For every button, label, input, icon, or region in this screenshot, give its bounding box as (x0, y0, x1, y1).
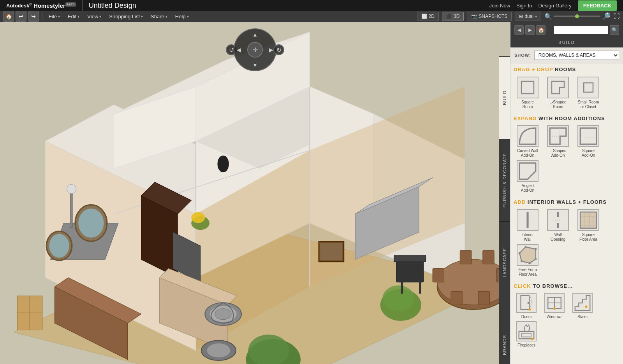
show-row: SHOW: ROOMS, WALLS & AREAS FLOORS ONLY W… (510, 47, 623, 63)
shopping-list-menu[interactable]: Shopping List ▾ (106, 12, 146, 21)
svg-rect-64 (521, 81, 534, 94)
drag-drop-title: DRAG + DROP ROOMS (514, 66, 620, 73)
logo-area: Autodesk® HomestylerBETA (6, 2, 76, 9)
panel-search-button[interactable]: 🔍 (610, 25, 619, 35)
freeform-floor-svg (517, 245, 538, 265)
toolbar-separator (42, 12, 42, 21)
svg-point-89 (527, 302, 529, 304)
furnish-tab[interactable]: FURNISH & DECORATE (499, 139, 510, 221)
stairs-item[interactable]: Stairs (570, 293, 595, 319)
square-floor-item[interactable]: SquareFloor Area (574, 209, 602, 242)
svg-point-95 (585, 306, 588, 308)
panel-home-button[interactable]: 🏠 (536, 25, 546, 35)
logo-divider (82, 0, 83, 11)
build-tab[interactable]: BUILD (499, 56, 510, 139)
square-room-icon (517, 77, 539, 98)
wall-opening-item[interactable]: WallOpening (544, 209, 572, 242)
show-dropdown[interactable]: ROOMS, WALLS & AREAS FLOORS ONLY WALLS O… (534, 51, 619, 60)
square-room-label: SquareRoom (521, 100, 534, 109)
angled-addon-item[interactable]: AngledAdd-On (514, 160, 542, 193)
panel-search-input[interactable] (554, 26, 608, 34)
redo-btn[interactable]: ↪ (28, 11, 39, 22)
svg-point-34 (207, 343, 231, 357)
stairs-icon (572, 293, 593, 313)
fireplaces-item[interactable]: Fireplaces (514, 321, 539, 347)
browse-title: CLICK TO BROWSE... (514, 283, 620, 289)
edit-menu[interactable]: Edit ▾ (65, 12, 83, 21)
l-shaped-addon-label: L-ShapedAdd-On (549, 149, 566, 158)
file-menu[interactable]: File ▾ (46, 12, 63, 21)
svg-rect-65 (584, 83, 593, 92)
zoom-bar: 🔍 🔎 (544, 12, 611, 21)
help-menu[interactable]: Help ▾ (172, 12, 192, 21)
view-3d-icon: ⬛ (446, 14, 452, 19)
l-shaped-addon-item[interactable]: L-ShapedAdd-On (544, 125, 572, 158)
zoom-slider[interactable] (554, 16, 600, 17)
svg-rect-58 (320, 243, 342, 261)
svg-rect-52 (70, 191, 72, 228)
doors-icon (516, 293, 537, 313)
join-now-link[interactable]: Join Now (489, 3, 510, 9)
side-tabs: BUILD FURNISH & DECORATE LANDSCAPE BRAND… (499, 56, 510, 364)
dual-button[interactable]: ⊞ dual ▾ (515, 12, 541, 21)
top-right-nav: Join Now Sign In Design Gallery FEEDBACK (489, 0, 617, 11)
windows-item[interactable]: Windows (542, 293, 567, 319)
expand-title: EXPAND WITH ROOM ADDITIONS (514, 116, 620, 122)
panel-forward-button[interactable]: ▶ (525, 25, 535, 35)
svg-point-53 (67, 184, 76, 193)
pan-down-button[interactable]: ▼ (252, 62, 258, 68)
view-2d-button[interactable]: ⬜ 2D (417, 12, 439, 21)
l-shaped-room-label: L-ShapedRoom (549, 100, 566, 109)
svg-rect-44 (451, 291, 462, 305)
angled-addon-label: AngledAdd-On (521, 184, 534, 193)
autodesk-text: Autodesk® (6, 2, 32, 9)
square-room-svg (520, 80, 535, 95)
house-scene (0, 22, 510, 364)
dual-icon: ⊞ (519, 14, 523, 19)
wall-opening-svg (548, 210, 568, 230)
design-title: Untitled Design (89, 2, 136, 10)
fireplaces-svg (517, 322, 536, 341)
interior-wall-item[interactable]: InteriorWall (514, 209, 542, 242)
undo-btn[interactable]: ↩ (16, 11, 26, 22)
svg-point-24 (49, 234, 69, 258)
square-room-item[interactable]: SquareRoom (514, 77, 542, 109)
rotate-right-button[interactable]: ↻ (273, 44, 284, 55)
feedback-button[interactable]: FEEDBACK (578, 0, 617, 11)
svg-rect-51 (419, 282, 421, 294)
square-floor-icon (577, 209, 599, 231)
freeform-floor-item[interactable]: Free-FormFloor Area (514, 244, 542, 277)
interior-walls-title: ADD INTERIOR WALLS + FLOORS (514, 199, 620, 205)
design-gallery-link[interactable]: Design Gallery (539, 3, 572, 9)
pan-left-button[interactable]: ◀ (237, 47, 241, 53)
svg-point-87 (529, 262, 531, 264)
svg-point-90 (528, 308, 531, 311)
small-room-item[interactable]: Small Roomor Closet (574, 77, 602, 109)
pan-right-button[interactable]: ▶ (269, 47, 273, 53)
svg-point-32 (215, 309, 231, 320)
viewport[interactable]: ↺ ▲ ▼ ◀ ▶ ✛ ↻ (0, 22, 510, 364)
zoom-in-icon[interactable]: 🔎 (602, 12, 611, 21)
share-menu[interactable]: Share ▾ (148, 12, 171, 21)
pan-up-button[interactable]: ▲ (252, 32, 258, 38)
l-shaped-addon-svg (548, 126, 568, 146)
snapshots-button[interactable]: 📷 SNAPSHOTS (467, 12, 512, 21)
view-menu[interactable]: View ▾ (84, 12, 104, 21)
curved-wall-item[interactable]: Curved WallAdd-On (514, 125, 542, 158)
landscape-tab[interactable]: LANDSCAPE (499, 221, 510, 304)
svg-rect-96 (519, 331, 534, 339)
square-addon-item[interactable]: SquareAdd-On (574, 125, 602, 158)
view-3d-button[interactable]: ⬛ 3D (442, 12, 464, 21)
home-icon-btn[interactable]: 🏠 (3, 11, 14, 22)
square-addon-icon (577, 125, 599, 147)
panel-back-button[interactable]: ◀ (514, 25, 524, 35)
l-shaped-room-item[interactable]: L-ShapedRoom (544, 77, 572, 109)
sign-in-link[interactable]: Sign In (516, 3, 532, 9)
svg-point-98 (531, 338, 533, 340)
zoom-out-icon[interactable]: 🔍 (544, 13, 552, 20)
interior-wall-label: InteriorWall (521, 233, 533, 242)
doors-item[interactable]: Doors (514, 293, 539, 319)
brands-tab[interactable]: BRANDS (499, 304, 510, 364)
svg-point-85 (535, 248, 537, 250)
fullscreen-button[interactable]: ⛶ (614, 13, 620, 20)
